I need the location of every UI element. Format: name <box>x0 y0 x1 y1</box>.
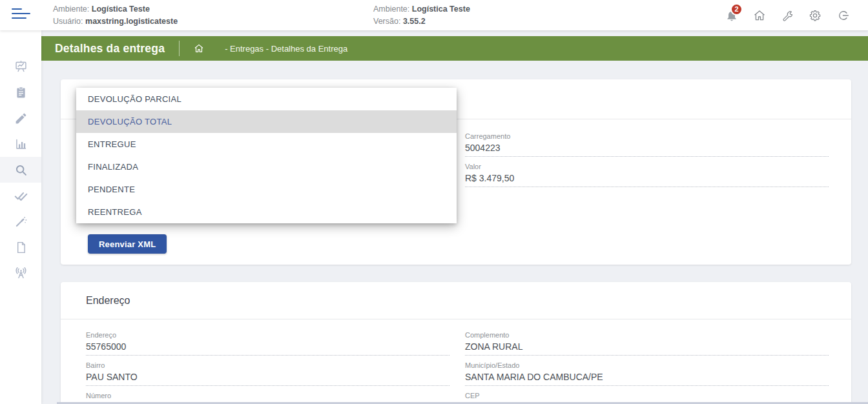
user-value: maxstring.logisticateste <box>85 17 178 26</box>
status-dropdown-menu: DEVOLUÇÃO PARCIALDEVOLUÇÃO TOTALENTREGUE… <box>76 88 457 223</box>
dropdown-option[interactable]: FINALIZADA <box>76 156 457 178</box>
field: ComplementoZONA RURAL <box>465 331 829 356</box>
gear-icon <box>809 9 822 22</box>
address-section-title: Endereço <box>86 295 130 307</box>
env-label: Ambiente: <box>53 5 89 14</box>
dropdown-option[interactable]: DEVOLUÇÃO PARCIAL <box>76 88 457 110</box>
notifications-button[interactable]: 2 <box>725 8 739 23</box>
document-icon <box>14 241 28 254</box>
field-label: Número <box>86 392 450 399</box>
settings-button[interactable] <box>808 8 822 23</box>
sidebar-item-bar-chart[interactable] <box>0 131 41 157</box>
sidebar-item-document[interactable] <box>0 234 41 260</box>
sidebar-item-double-check[interactable] <box>0 183 41 208</box>
field-value: ZONA RURAL <box>465 341 829 356</box>
field: Carregamento5004223 <box>465 132 829 157</box>
menu-toggle-button[interactable] <box>12 8 31 21</box>
field-label: CEP <box>465 392 829 399</box>
user-label: Usuário: <box>53 17 83 26</box>
environment-version-info: Ambiente: Logística Teste Versão: 3.55.2 <box>373 3 470 28</box>
antenna-icon <box>14 267 28 280</box>
clipboard-icon <box>14 86 28 99</box>
env-label: Ambiente: <box>373 5 409 14</box>
search-icon <box>14 163 28 177</box>
field-value: R$ 3.479,50 <box>465 173 829 187</box>
breadcrumb: - Entregas - Detalhes da Entrega <box>225 44 347 54</box>
version-value: 3.55.2 <box>403 17 426 26</box>
wrench-icon <box>781 9 794 22</box>
sidebar-item-search[interactable] <box>0 157 41 183</box>
resend-xml-button[interactable]: Reenviar XML <box>88 234 167 254</box>
field-value: 5004223 <box>465 143 829 157</box>
tools-button[interactable] <box>780 8 794 23</box>
titlebar-divider <box>179 41 180 56</box>
field-label: Complemento <box>465 331 829 339</box>
environment-user-info: Ambiente: Logística Teste Usuário: maxst… <box>53 3 178 28</box>
address-card-header: Endereço <box>61 282 851 319</box>
env-value: Logística Teste <box>92 5 150 14</box>
field: Endereço55765000 <box>86 331 450 356</box>
field-label: Bairro <box>86 361 450 369</box>
left-sidebar <box>0 30 41 404</box>
field-value: SANTA MARIA DO CAMBUCA/PE <box>465 372 829 386</box>
double-check-icon <box>14 189 28 203</box>
top-header: Ambiente: Logística Teste Usuário: maxst… <box>0 0 868 30</box>
field-label: Endereço <box>86 331 450 339</box>
logout-icon <box>836 9 849 22</box>
breadcrumb-home-icon[interactable] <box>194 43 204 54</box>
pencil-icon <box>14 112 28 125</box>
field: Município/EstadoSANTA MARIA DO CAMBUCA/P… <box>465 361 829 386</box>
dropdown-option[interactable]: DEVOLUÇÃO TOTAL <box>76 110 457 133</box>
page-title: Detalhes da entrega <box>55 42 165 56</box>
field-value: 55765000 <box>86 341 450 356</box>
dropdown-option[interactable]: PENDENTE <box>76 178 457 201</box>
address-card: Endereço Endereço55765000ComplementoZONA… <box>61 282 851 404</box>
dashboard-icon <box>14 60 28 74</box>
page-titlebar: Detalhes da entrega - Entregas - Detalhe… <box>41 36 868 61</box>
field-label: Município/Estado <box>465 361 829 369</box>
magic-wand-icon <box>14 215 28 228</box>
home-icon <box>753 9 766 22</box>
dropdown-option[interactable]: ENTREGUE <box>76 133 457 156</box>
sidebar-item-pencil[interactable] <box>0 105 41 131</box>
version-label: Versão: <box>373 17 400 26</box>
notification-badge: 2 <box>730 3 743 15</box>
home-button[interactable] <box>752 8 767 23</box>
dropdown-option[interactable]: REENTREGA <box>76 201 457 223</box>
field: ValorR$ 3.479,50 <box>465 163 829 187</box>
env-value: Logística Teste <box>412 5 470 14</box>
sidebar-item-antenna[interactable] <box>0 260 41 286</box>
field-label: Carregamento <box>465 132 829 140</box>
field-label: Valor <box>465 163 829 170</box>
bar-chart-icon <box>14 137 28 151</box>
sidebar-item-clipboard[interactable] <box>0 79 41 105</box>
field-value: PAU SANTO <box>86 372 450 386</box>
logout-button[interactable] <box>836 8 850 23</box>
sidebar-item-magic-wand[interactable] <box>0 208 41 234</box>
sidebar-item-dashboard[interactable] <box>0 54 41 79</box>
field: BairroPAU SANTO <box>86 361 450 386</box>
